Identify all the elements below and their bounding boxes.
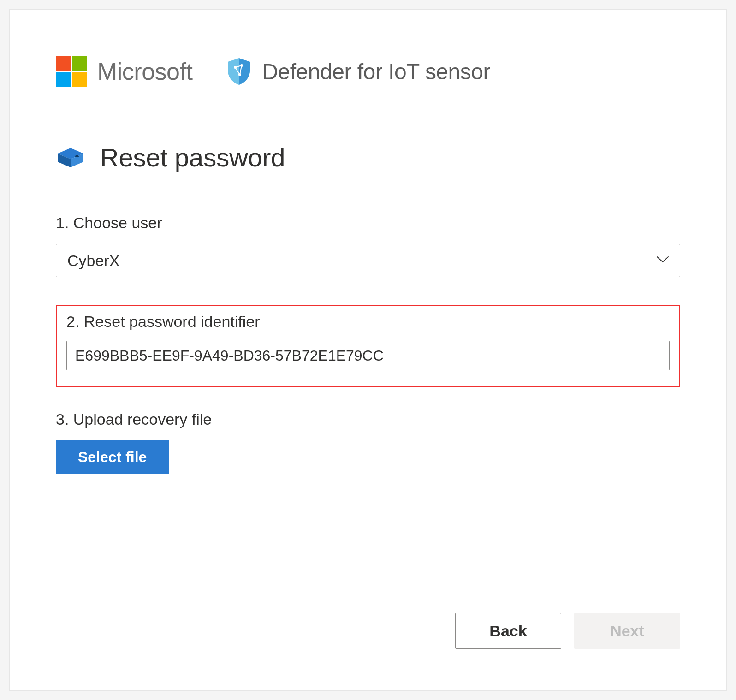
- shield-icon: [226, 57, 252, 86]
- page-title-row: Reset password: [56, 142, 680, 172]
- microsoft-logo-icon: [56, 56, 87, 87]
- page-title: Reset password: [100, 142, 285, 172]
- reset-password-card: Microsoft Defender for IoT sensor: [9, 9, 727, 691]
- footer-buttons: Back Next: [455, 613, 680, 649]
- back-button[interactable]: Back: [455, 613, 561, 649]
- header: Microsoft Defender for IoT sensor: [56, 56, 680, 87]
- step2-label: 2. Reset password identifier: [66, 313, 670, 331]
- choose-user-select[interactable]: [56, 244, 680, 277]
- step1-label: 1. Choose user: [56, 214, 680, 232]
- header-divider: [209, 59, 209, 84]
- svg-point-6: [75, 155, 79, 157]
- select-file-button[interactable]: Select file: [56, 440, 169, 474]
- microsoft-wordmark: Microsoft: [97, 58, 192, 85]
- step2-highlight-box: 2. Reset password identifier: [56, 305, 680, 387]
- reset-identifier-input[interactable]: [66, 341, 670, 370]
- sensor-icon: [56, 146, 85, 169]
- product-name: Defender for IoT sensor: [262, 59, 490, 84]
- step3-label: 3. Upload recovery file: [56, 410, 680, 428]
- next-button: Next: [574, 613, 680, 649]
